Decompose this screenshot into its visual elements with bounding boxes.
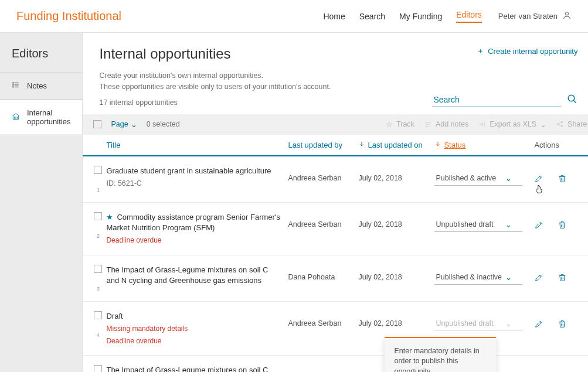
search-icon[interactable] bbox=[567, 94, 577, 106]
sidebar-item-label: Internal opportunities bbox=[27, 108, 70, 126]
nav-editors[interactable]: Editors bbox=[456, 10, 482, 23]
svg-line-16 bbox=[559, 125, 562, 126]
row-updated-on: July 02, 2018 bbox=[358, 212, 434, 228]
svg-point-5 bbox=[13, 84, 13, 85]
chevron-down-icon: ⌄ bbox=[131, 120, 137, 129]
edit-button[interactable] bbox=[534, 265, 558, 284]
cursor-icon bbox=[534, 184, 545, 197]
share-button: Share bbox=[556, 120, 587, 128]
institution-icon bbox=[12, 112, 20, 122]
create-label: Create internal opportunity bbox=[488, 47, 577, 56]
row-updated-on: July 02, 2018 bbox=[358, 166, 434, 182]
svg-point-12 bbox=[557, 124, 558, 125]
table-row: 2★Commodity assistance program Senior Fa… bbox=[83, 203, 588, 255]
status-select: Unpublished draft⌄ bbox=[434, 317, 522, 331]
sidebar-item-label: Notes bbox=[27, 81, 47, 90]
chevron-down-icon: ⌄ bbox=[505, 220, 512, 229]
sidebar-title: Editors bbox=[0, 45, 82, 72]
status-select[interactable]: Unpublished draft⌄ bbox=[434, 218, 522, 232]
row-title[interactable]: The Impact of Grass-Legume mixtures on s… bbox=[106, 365, 288, 372]
table-row: 1Graduate student grant in sustainable a… bbox=[83, 156, 588, 203]
select-all-checkbox[interactable] bbox=[93, 120, 101, 128]
nav-home[interactable]: Home bbox=[323, 12, 345, 21]
row-title[interactable]: Graduate student grant in sustainable ag… bbox=[106, 166, 288, 189]
sidebar-item-notes[interactable]: Notes bbox=[0, 72, 82, 100]
list-icon bbox=[12, 81, 20, 91]
row-checkbox[interactable] bbox=[94, 212, 102, 220]
row-checkbox[interactable] bbox=[94, 311, 102, 319]
row-updated-by: Andreea Serban bbox=[288, 212, 358, 228]
app-brand[interactable]: Funding Institutional bbox=[16, 9, 323, 23]
page-desc-2: These opportunities are visible only to … bbox=[99, 81, 577, 93]
status-tooltip: Enter mandatory details in order to publ… bbox=[385, 337, 496, 372]
row-updated-on: July 02, 2018 bbox=[358, 265, 434, 281]
status-select[interactable]: Published & active⌄ bbox=[434, 172, 522, 186]
nav-search[interactable]: Search bbox=[359, 12, 385, 21]
edit-button[interactable] bbox=[534, 166, 558, 185]
table-row: 5The Impact of Grass-Legume mixtures on … bbox=[83, 356, 588, 372]
table-row: 4DraftMissing mandatory detailsDeadline … bbox=[83, 302, 588, 356]
row-updated-on: July 02, 2018 bbox=[358, 311, 434, 327]
row-updated-by: Dana Pohoata bbox=[288, 265, 358, 281]
row-updated-by: Andreea Serban bbox=[288, 311, 358, 327]
row-number: 1 bbox=[97, 187, 100, 193]
row-checkbox[interactable] bbox=[94, 166, 102, 174]
svg-point-0 bbox=[565, 12, 568, 15]
row-number: 3 bbox=[97, 286, 100, 292]
chevron-down-icon: ⌄ bbox=[505, 319, 512, 328]
star-icon: ☆ bbox=[386, 120, 393, 129]
table-row: 3The Impact of Grass-Legume mixtures on … bbox=[83, 255, 588, 302]
row-number: 2 bbox=[97, 233, 100, 239]
plus-icon: ＋ bbox=[477, 46, 484, 56]
page-desc-1: Create your institution's own internal o… bbox=[99, 70, 577, 81]
row-title[interactable]: ★Commodity assistance program Senior Far… bbox=[106, 212, 288, 245]
col-status[interactable]: Status bbox=[434, 141, 534, 149]
row-alert: Deadline overdue bbox=[106, 336, 282, 346]
user-name: Peter van Straten bbox=[498, 12, 558, 21]
col-updated-by[interactable]: Last updated by bbox=[288, 141, 358, 149]
user-menu[interactable]: Peter van Straten bbox=[498, 11, 572, 22]
delete-button[interactable] bbox=[558, 365, 581, 372]
row-title[interactable]: DraftMissing mandatory detailsDeadline o… bbox=[106, 311, 288, 346]
row-checkbox[interactable] bbox=[94, 265, 102, 273]
page-selector[interactable]: Page ⌄ bbox=[111, 120, 137, 129]
star-icon: ★ bbox=[106, 213, 113, 221]
export-button: Export as XLS ⌄ bbox=[478, 120, 546, 129]
col-updated-on[interactable]: Last updated on bbox=[358, 141, 434, 149]
delete-button[interactable] bbox=[558, 212, 581, 231]
row-updated-by: Andreea Serban bbox=[288, 365, 358, 372]
chevron-down-icon: ⌄ bbox=[540, 120, 546, 129]
row-updated-by: Andreea Serban bbox=[288, 166, 358, 182]
svg-point-6 bbox=[13, 87, 13, 87]
search-input[interactable] bbox=[432, 93, 561, 107]
svg-line-8 bbox=[574, 100, 577, 103]
svg-point-7 bbox=[569, 95, 575, 101]
row-checkbox[interactable] bbox=[94, 365, 102, 372]
add-notes-button: Add notes bbox=[424, 120, 468, 128]
track-button: ☆ Track bbox=[386, 120, 414, 129]
chevron-down-icon: ⌄ bbox=[505, 174, 512, 183]
delete-button[interactable] bbox=[558, 311, 581, 330]
row-subtitle: ID: 5621-C bbox=[106, 179, 282, 189]
svg-point-14 bbox=[561, 125, 562, 127]
col-actions: Actions bbox=[534, 141, 587, 149]
svg-line-15 bbox=[559, 122, 562, 124]
col-title[interactable]: Title bbox=[106, 141, 288, 149]
sort-down-icon bbox=[434, 141, 441, 149]
svg-point-13 bbox=[561, 121, 562, 122]
status-select[interactable]: Published & inactive⌄ bbox=[434, 271, 522, 285]
row-alert: Deadline overdue bbox=[106, 236, 282, 245]
delete-button[interactable] bbox=[558, 166, 581, 185]
sidebar-item-opportunities[interactable]: Internal opportunities bbox=[0, 100, 82, 134]
user-icon bbox=[562, 11, 572, 22]
edit-button[interactable] bbox=[534, 365, 558, 372]
edit-button[interactable] bbox=[534, 212, 558, 231]
create-opportunity-button[interactable]: ＋ Create internal opportunity bbox=[477, 46, 577, 56]
row-alert: Missing mandatory details bbox=[106, 324, 282, 334]
selected-count: 0 selected bbox=[147, 120, 180, 128]
edit-button[interactable] bbox=[534, 311, 558, 330]
sort-down-icon bbox=[358, 141, 365, 149]
nav-myfunding[interactable]: My Funding bbox=[399, 12, 442, 21]
delete-button[interactable] bbox=[558, 265, 581, 284]
row-title[interactable]: The Impact of Grass-Legume mixtures on s… bbox=[106, 265, 288, 286]
